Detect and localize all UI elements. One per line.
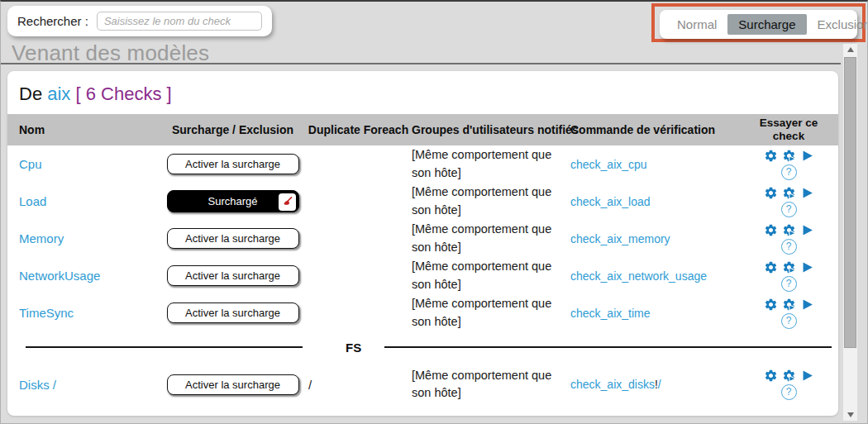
template-name-link[interactable]: aix	[47, 83, 70, 104]
template-checks-card: De aix [ 6 Checks ] Nom Surcharge / Excl…	[7, 71, 838, 416]
check-name-link[interactable]: NetworkUsage	[19, 269, 100, 283]
activate-overload-button[interactable]: Activer la surcharge	[167, 154, 299, 174]
check-name-link[interactable]: Disks /	[19, 378, 56, 392]
gear-run-icon[interactable]	[782, 369, 796, 383]
command-link[interactable]: check_aix_disks	[570, 378, 655, 391]
play-icon[interactable]	[800, 186, 814, 200]
card-title-prefix: De	[19, 83, 42, 104]
play-icon[interactable]	[800, 260, 814, 274]
play-icon[interactable]	[800, 223, 814, 237]
table-row: Load Surchargé [Même comportement que so…	[7, 183, 838, 220]
mode-tabs: Normal Surcharge Exclusion	[660, 10, 857, 39]
activate-overload-button[interactable]: Activer la surcharge	[167, 265, 299, 286]
table-row: Cpu Activer la surcharge [Même comportem…	[7, 145, 838, 183]
tab-surcharge[interactable]: Surcharge	[727, 14, 806, 35]
table-row: NetworkUsage Activer la surcharge [Même …	[7, 257, 838, 294]
header-nom: Nom	[7, 123, 160, 136]
header-essayer-check: Essayer ce check	[746, 117, 832, 142]
command-link[interactable]: check_aix_cpu	[570, 158, 647, 171]
header-groupes-notifies: Groupes d'utilisateurs notifiés	[412, 123, 570, 136]
header-duplicate-foreach: Duplicate Foreach	[305, 123, 412, 136]
play-icon[interactable]	[800, 298, 814, 312]
table-row: TimeSync Activer la surcharge [Même comp…	[7, 294, 838, 331]
check-name-link[interactable]: Load	[19, 194, 46, 208]
gear-icon[interactable]	[764, 149, 778, 163]
activate-overload-button[interactable]: Activer la surcharge	[167, 374, 299, 395]
notified-groups-value: [Même comportement que son hôte]	[412, 258, 570, 293]
activate-overload-button[interactable]: Activer la surcharge	[167, 228, 299, 249]
notified-groups-value: [Même comportement que son hôte]	[412, 367, 570, 402]
gear-icon[interactable]	[764, 223, 778, 237]
header-surcharge-exclusion: Surcharge / Exclusion	[160, 123, 305, 136]
scrollbar-thumb[interactable]	[844, 57, 856, 348]
gear-run-icon[interactable]	[782, 298, 796, 312]
command-link[interactable]: check_aix_network_usage	[570, 269, 707, 283]
command-arg-link[interactable]: /	[658, 378, 661, 391]
search-label: Rechercher :	[17, 14, 88, 28]
annotation-highlight-box: Normal Surcharge Exclusion	[651, 3, 866, 42]
command-link[interactable]: check_aix_load	[570, 195, 651, 208]
notified-groups-value: [Même comportement que son hôte]	[412, 221, 570, 255]
separator-line	[384, 346, 832, 348]
command-link[interactable]: check_aix_time	[570, 307, 651, 320]
gear-run-icon[interactable]	[782, 223, 796, 237]
play-icon[interactable]	[800, 149, 814, 163]
overloaded-button-label: Surchargé	[208, 195, 258, 207]
gear-icon[interactable]	[764, 260, 778, 274]
section-divider	[1, 63, 841, 64]
gear-icon[interactable]	[764, 298, 778, 312]
table-header-row: Nom Surcharge / Exclusion Duplicate Fore…	[7, 114, 838, 145]
activate-overload-button[interactable]: Activer la surcharge	[167, 303, 299, 323]
check-name-link[interactable]: TimeSync	[19, 306, 74, 320]
search-bar: Rechercher :	[7, 6, 272, 36]
search-input[interactable]	[97, 12, 262, 31]
help-icon[interactable]: ?	[781, 384, 797, 400]
overloaded-button[interactable]: Surchargé	[167, 190, 299, 212]
check-name-link[interactable]: Cpu	[19, 157, 42, 171]
notified-groups-value: [Même comportement que son hôte]	[412, 146, 570, 181]
check-name-link[interactable]: Memory	[19, 231, 64, 245]
play-icon[interactable]	[800, 369, 814, 383]
help-icon[interactable]: ?	[781, 313, 797, 329]
command-link[interactable]: check_aix_memory	[570, 232, 670, 245]
checks-count-badge: [ 6 Checks ]	[76, 83, 172, 104]
gear-run-icon[interactable]	[782, 260, 796, 274]
table-row: Memory Activer la surcharge [Même compor…	[7, 220, 838, 257]
card-title: De aix [ 6 Checks ]	[7, 71, 838, 114]
help-icon[interactable]: ?	[781, 239, 797, 255]
tab-normal[interactable]: Normal	[666, 14, 727, 35]
help-icon[interactable]: ?	[781, 202, 797, 217]
notified-groups-value: [Même comportement que son hôte]	[412, 183, 570, 218]
help-icon[interactable]: ?	[781, 276, 797, 292]
separator-label: FS	[346, 341, 361, 355]
vertical-scrollbar[interactable]	[843, 44, 857, 421]
tab-exclusion[interactable]: Exclusion	[807, 14, 868, 35]
gear-run-icon[interactable]	[782, 186, 796, 200]
header-commande-verification: Commande de vérification	[570, 123, 746, 136]
gear-run-icon[interactable]	[782, 149, 796, 163]
help-icon[interactable]: ?	[781, 164, 797, 180]
table-row: Disks / Activer la surcharge / [Même com…	[7, 363, 838, 406]
duplicate-foreach-value: /	[305, 378, 412, 392]
clear-overload-broom-icon[interactable]	[279, 193, 296, 211]
notified-groups-value: [Même comportement que son hôte]	[412, 295, 570, 330]
fs-section-separator: FS	[7, 331, 838, 363]
gear-icon[interactable]	[764, 369, 778, 383]
gear-icon[interactable]	[764, 186, 778, 200]
scrollbar-down-arrow[interactable]	[843, 409, 857, 421]
separator-line	[26, 346, 303, 348]
scrollbar-up-arrow[interactable]	[843, 44, 857, 55]
